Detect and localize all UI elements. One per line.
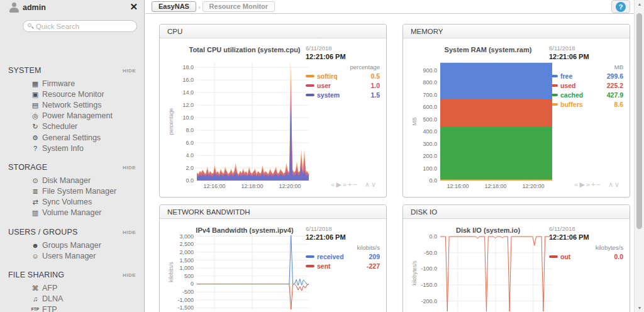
- sidebar-item-general-settings[interactable]: ⚙General Settings: [30, 132, 144, 143]
- legend-row[interactable]: sent-227: [306, 262, 380, 270]
- sidebar-item-afp[interactable]: ⌘AFP: [30, 282, 144, 293]
- disk-manager-icon: ⊙: [30, 177, 40, 184]
- svg-text:-1,000: -1,000: [177, 297, 194, 303]
- svg-text:12.0: 12.0: [182, 102, 194, 108]
- legend-row[interactable]: used225.2: [549, 82, 623, 89]
- sidebar-item-label: FTP: [42, 305, 57, 312]
- svg-text:12:18:00: 12:18:00: [484, 183, 506, 189]
- close-icon[interactable]: ✕: [130, 1, 138, 13]
- svg-text:100.0: 100.0: [423, 165, 437, 172]
- sidebar-item-label: File System Manager: [42, 187, 116, 196]
- sidebar-item-groups-manager[interactable]: ☻Groups Manager: [30, 240, 144, 250]
- zoom-out-icon[interactable]: −: [353, 181, 358, 188]
- sidebar-item-users-manager[interactable]: ☺Users Manager: [30, 250, 144, 261]
- svg-text:12:18:00: 12:18:00: [241, 183, 263, 189]
- sidebar-item-system-info[interactable]: ?System Info: [30, 143, 144, 153]
- sidebar-item-sync-volumes[interactable]: ⇄Sync Volumes: [30, 197, 144, 208]
- section-system-header[interactable]: SYSTEM HIDE: [0, 65, 144, 76]
- svg-text:12:20:00: 12:20:00: [279, 183, 301, 189]
- disk-io-chart[interactable]: 0.0-50.0-100.0-150.0-200.012:16:0012:18:…: [408, 223, 559, 312]
- svg-text:2,000: 2,000: [179, 249, 194, 255]
- zoom-out-icon[interactable]: −: [596, 181, 601, 188]
- help-button[interactable]: ?: [611, 0, 630, 13]
- legend-row[interactable]: free299.6: [549, 72, 623, 80]
- scrollbar-thumb[interactable]: [636, 13, 642, 229]
- svg-text:6.0: 6.0: [186, 140, 194, 146]
- legend-row[interactable]: out0.0: [549, 253, 623, 260]
- legend-value: 0.0: [614, 253, 623, 260]
- svg-text:kilobytes/s: kilobytes/s: [411, 260, 418, 286]
- scroll-up-icon[interactable]: ▲: [635, 2, 644, 6]
- sidebar-item-disk-manager[interactable]: ⊙Disk Manager: [30, 175, 144, 186]
- play-icon[interactable]: ▶: [336, 181, 342, 188]
- section-users-groups-header[interactable]: USERS / GROUPS HIDE: [0, 226, 144, 238]
- chart-time: 12:21:06 PM: [306, 233, 380, 241]
- ipv4-bandwidth-chart[interactable]: 3,0002,5002,0001,5001,0005000-500-1,000-…: [165, 223, 316, 312]
- pan-right-icon[interactable]: »: [586, 181, 591, 188]
- sidebar-item-resource-monitor[interactable]: ▣Resource Monitor: [30, 89, 144, 99]
- legend-value: 225.2: [607, 82, 623, 89]
- hide-toggle[interactable]: HIDE: [123, 68, 136, 74]
- legend-row[interactable]: buffers8.6: [549, 101, 623, 108]
- scroll-down-icon[interactable]: ▼: [635, 306, 644, 310]
- resize-up-icon[interactable]: ∧: [608, 181, 614, 188]
- chart-toolbar: «▶»+−∧∨: [574, 181, 621, 189]
- resize-down-icon[interactable]: ∨: [371, 181, 377, 188]
- sidebar-item-file-system-manager[interactable]: ≣File System Manager: [30, 186, 144, 197]
- chart-info: 6/11/2018 12:21:06 PM kilobytes/s out0.0: [549, 225, 623, 260]
- chart-date: 6/11/2018: [306, 45, 380, 52]
- resize-up-icon[interactable]: ∧: [365, 181, 371, 188]
- breadcrumb: EasyNAS › Resource Monitor: [152, 1, 275, 12]
- svg-text:percentage: percentage: [168, 108, 174, 135]
- section-title: USERS / GROUPS: [8, 228, 77, 237]
- legend-row[interactable]: received209: [306, 253, 380, 260]
- sidebar-item-scheduler[interactable]: ↻Scheduler: [30, 121, 144, 132]
- hide-toggle[interactable]: HIDE: [123, 230, 136, 235]
- chart-title: Total CPU utilization (system.cpu): [179, 46, 311, 53]
- svg-text:8.0: 8.0: [186, 127, 194, 133]
- network-settings-icon: ▤: [30, 101, 40, 109]
- pan-right-icon[interactable]: »: [343, 181, 348, 188]
- sidebar-item-power-management[interactable]: ◎Power Management: [30, 111, 144, 121]
- sidebar-header: admin ✕: [0, 0, 144, 18]
- hide-toggle[interactable]: HIDE: [123, 272, 136, 278]
- legend-row[interactable]: softirq0.5: [306, 72, 380, 80]
- section-title: SYSTEM: [8, 66, 42, 75]
- sidebar-item-firmware[interactable]: ▦Firmware: [30, 78, 144, 89]
- vertical-scrollbar: ▲ ▼: [634, 0, 644, 312]
- section-users-groups: USERS / GROUPS HIDE ☻Groups Manager ☺Use…: [0, 226, 144, 264]
- sidebar-item-ftp[interactable]: FTPFTP: [30, 304, 144, 312]
- sidebar-item-label: General Settings: [42, 133, 101, 142]
- play-icon[interactable]: ▶: [579, 181, 586, 188]
- legend-row[interactable]: user1.0: [306, 82, 380, 89]
- sidebar-item-network-settings[interactable]: ▤Network Settings: [30, 99, 144, 110]
- quick-search: [23, 20, 137, 32]
- cpu-panel-title: CPU: [160, 25, 386, 38]
- sidebar-item-label: Volume Manager: [42, 208, 102, 217]
- legend-value: 427.9: [607, 91, 623, 99]
- sidebar-item-label: Scheduler: [42, 122, 77, 131]
- system-ram-chart[interactable]: 0.0100.0200.0300.0400.0500.0600.0700.080…: [408, 57, 559, 192]
- sidebar-item-label: System Info: [42, 144, 84, 153]
- legend-row[interactable]: system1.5: [306, 91, 380, 99]
- section-storage-header[interactable]: STORAGE HIDE: [0, 162, 144, 173]
- search-input[interactable]: [36, 21, 133, 31]
- sidebar-item-volume-manager[interactable]: ▥Volume Manager: [30, 208, 144, 218]
- svg-text:2,500: 2,500: [179, 241, 194, 247]
- legend-row[interactable]: cached427.9: [549, 91, 623, 99]
- sidebar-item-dlna[interactable]: ♫DLNA: [30, 294, 144, 304]
- svg-text:4.0: 4.0: [186, 152, 194, 159]
- sidebar-item-label: Users Manager: [42, 252, 96, 260]
- svg-text:700.0: 700.0: [423, 92, 437, 98]
- afp-icon: ⌘: [30, 284, 40, 292]
- section-file-sharing-header[interactable]: FILE SHARING HIDE: [0, 269, 144, 281]
- breadcrumb-current[interactable]: Resource Monitor: [203, 1, 275, 12]
- hide-toggle[interactable]: HIDE: [123, 165, 136, 170]
- breadcrumb-home[interactable]: EasyNAS: [152, 1, 196, 12]
- network-panel-title: NETWORK BANDWITDH: [160, 205, 386, 219]
- svg-text:0.0: 0.0: [429, 233, 437, 240]
- cpu-utilization-chart[interactable]: 0.02.04.06.08.010.012.014.016.018.012:16…: [165, 57, 316, 192]
- svg-text:18.0: 18.0: [182, 64, 194, 70]
- resize-down-icon[interactable]: ∨: [614, 181, 621, 188]
- chart-unit: kilobytes/s: [549, 244, 623, 251]
